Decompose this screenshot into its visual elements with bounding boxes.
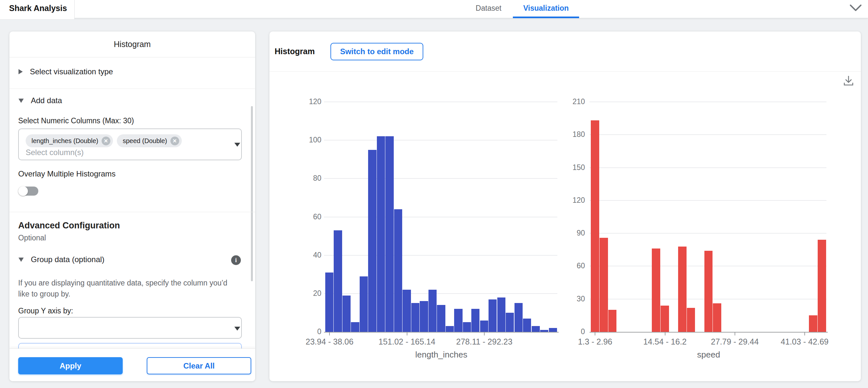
numeric-columns-select[interactable]: length_inches (Double) ✕ speed (Double) … — [18, 128, 242, 160]
gridline — [324, 255, 557, 256]
dropdown-caret-icon — [235, 143, 240, 147]
apply-button[interactable]: Apply — [18, 357, 123, 375]
gridline — [324, 217, 557, 217]
x-axis-title: speed — [644, 350, 774, 360]
y-tick-label: 20 — [282, 289, 321, 298]
histogram-bar — [342, 295, 350, 332]
histogram-bar — [506, 313, 514, 332]
chevron-down-icon[interactable] — [849, 3, 862, 12]
info-icon[interactable]: i — [231, 255, 241, 265]
chip-remove-icon[interactable]: ✕ — [170, 137, 179, 146]
gridline — [589, 134, 827, 135]
histogram-bar — [463, 322, 471, 332]
config-panel: Histogram Select visualization type Add … — [9, 31, 255, 381]
histogram-bar — [411, 303, 420, 332]
chip-remove-icon[interactable]: ✕ — [102, 137, 111, 146]
histogram-bar — [652, 249, 660, 332]
document-title: Shark Analysis — [9, 4, 67, 13]
y-tick-label: 120 — [546, 196, 585, 205]
histogram-bar — [713, 303, 721, 332]
x-tick-mark — [595, 332, 595, 335]
chevron-down-icon — [19, 99, 24, 103]
histogram-bar — [429, 290, 437, 332]
histogram-bar — [454, 309, 462, 332]
group-y-axis-select[interactable] — [18, 317, 242, 339]
advanced-configuration-subtitle: Optional — [18, 234, 46, 243]
visualization-panel: Histogram Switch to edit mode 0204060801… — [270, 31, 861, 381]
y-tick-label: 30 — [546, 295, 585, 303]
clear-all-button[interactable]: Clear All — [147, 357, 251, 375]
histogram-bar — [377, 136, 385, 332]
histogram-bar — [385, 136, 394, 332]
tab-visualization[interactable]: Visualization — [513, 0, 579, 17]
x-tick-mark — [665, 332, 665, 335]
section-select-visualization-type[interactable]: Select visualization type — [19, 67, 113, 76]
chip-length-inches: length_inches (Double) ✕ — [26, 134, 113, 147]
advanced-configuration-title: Advanced Configuration — [18, 221, 120, 231]
x-tick-mark — [407, 332, 407, 335]
histogram-bar — [818, 240, 826, 332]
gridline — [589, 233, 827, 234]
histogram-bar — [599, 238, 608, 332]
y-tick-label: 120 — [282, 97, 321, 106]
active-tab-underline — [513, 17, 579, 18]
y-tick-label: 100 — [282, 136, 321, 144]
histogram-bar — [497, 297, 505, 332]
select-columns-placeholder: Select column(s) — [26, 148, 84, 157]
x-tick-mark — [735, 332, 735, 335]
x-tick-mark — [484, 332, 485, 335]
gridline — [324, 140, 557, 140]
group-data-description: If you are displaying quantitative data,… — [18, 278, 228, 299]
numeric-columns-label: Select Numeric Columns (Max: 30) — [18, 117, 134, 125]
chevron-down-icon — [19, 258, 24, 262]
gridline — [589, 167, 827, 168]
gridline — [324, 101, 557, 102]
histogram-bar — [660, 305, 669, 332]
group-y-axis-label: Group Y axis by: — [18, 306, 73, 315]
histogram-bar — [394, 209, 402, 332]
histogram-bar — [591, 120, 599, 332]
histogram-bar — [446, 326, 454, 332]
y-tick-label: 60 — [546, 261, 585, 270]
x-tick-mark — [329, 332, 330, 335]
y-tick-label: 80 — [282, 174, 321, 183]
histogram-bar — [532, 326, 540, 332]
panel-footer: Apply Clear All — [9, 348, 255, 381]
y-tick-label: 0 — [546, 327, 585, 336]
tab-dataset[interactable]: Dataset — [464, 0, 513, 17]
y-tick-label: 0 — [282, 327, 321, 336]
histogram-bar — [480, 321, 488, 332]
histogram-bar — [687, 308, 695, 332]
x-axis-line — [589, 332, 828, 332]
view-tabs: Dataset Visualization — [464, 0, 579, 18]
x-tick-label: 41.03 - 42.69 — [753, 337, 857, 347]
x-axis-line — [324, 332, 559, 332]
x-tick-label: 278.11 - 292.23 — [432, 337, 536, 347]
histogram-bar — [351, 322, 359, 332]
histogram-bar — [325, 272, 333, 332]
y-tick-label: 210 — [546, 97, 585, 106]
y-tick-label: 90 — [546, 229, 585, 237]
y-tick-label: 40 — [282, 251, 321, 260]
y-tick-label: 150 — [546, 163, 585, 172]
histogram-bar — [437, 305, 445, 332]
top-header-bar — [0, 0, 868, 18]
gridline — [324, 178, 557, 179]
histogram-bar — [809, 315, 817, 332]
histogram-bar — [420, 301, 428, 332]
histogram-bar — [334, 230, 342, 332]
histogram-bar — [360, 277, 368, 332]
histogram-bar — [608, 310, 617, 332]
section-group-data[interactable]: Group data (optional) — [19, 255, 104, 264]
section-add-data[interactable]: Add data — [19, 96, 62, 105]
histogram-bar — [489, 299, 497, 332]
divider — [9, 212, 255, 212]
histogram-bar — [403, 290, 411, 332]
document-tab-shark-analysis[interactable]: Shark Analysis — [0, 0, 75, 20]
app-root: Shark Analysis Dataset Visualization His… — [0, 0, 868, 388]
panel-scrollbar[interactable] — [251, 106, 253, 281]
overlay-toggle[interactable] — [18, 187, 38, 196]
histogram-bar — [515, 303, 523, 332]
gridline — [589, 200, 827, 201]
gridline — [589, 101, 827, 102]
